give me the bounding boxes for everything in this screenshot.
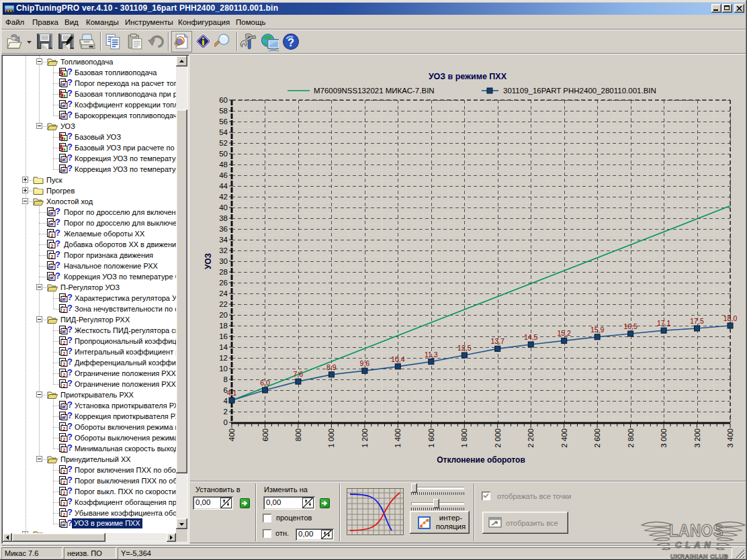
svg-text:3 200: 3 200 xyxy=(693,428,701,448)
svg-text:Отклонение оборотов: Отклонение оборотов xyxy=(437,455,525,465)
svg-text:УОЗ в режиме ПХХ: УОЗ в режиме ПХХ xyxy=(429,72,507,81)
svg-text:14: 14 xyxy=(219,343,228,351)
svg-text:10,4: 10,4 xyxy=(391,355,405,363)
svg-text:2 400: 2 400 xyxy=(560,428,568,448)
svg-text:17,5: 17,5 xyxy=(690,317,704,325)
svg-text:1 200: 1 200 xyxy=(361,428,369,448)
svg-text:M76009NSS132021 МИКАС-7.BIN: M76009NSS132021 МИКАС-7.BIN xyxy=(314,87,435,95)
svg-text:8,9: 8,9 xyxy=(326,363,337,371)
svg-text:52: 52 xyxy=(219,139,228,147)
svg-text:12: 12 xyxy=(219,354,228,362)
svg-text:2: 2 xyxy=(51,233,54,238)
svg-text:3 000: 3 000 xyxy=(660,428,668,448)
svg-text:16,5: 16,5 xyxy=(623,322,638,330)
svg-text:2: 2 xyxy=(63,340,66,345)
svg-text:54: 54 xyxy=(219,128,228,136)
svg-text:26: 26 xyxy=(219,279,228,287)
svg-text:38: 38 xyxy=(219,214,228,222)
svg-text:2 800: 2 800 xyxy=(627,428,635,448)
svg-text:34: 34 xyxy=(219,236,228,244)
svg-text:1 400: 1 400 xyxy=(394,428,402,448)
svg-text:15,2: 15,2 xyxy=(557,329,571,337)
svg-text:2 200: 2 200 xyxy=(527,428,535,448)
svg-text:1 800: 1 800 xyxy=(460,428,468,448)
svg-text:32: 32 xyxy=(219,246,228,254)
svg-text:2 000: 2 000 xyxy=(494,428,502,448)
svg-text:17,1: 17,1 xyxy=(657,319,671,327)
svg-text:2: 2 xyxy=(63,480,66,485)
svg-text:8: 8 xyxy=(224,375,228,383)
svg-text:46: 46 xyxy=(219,171,228,179)
svg-text:600: 600 xyxy=(261,428,269,441)
svg-text:24: 24 xyxy=(219,289,228,297)
svg-text:3 400: 3 400 xyxy=(726,428,734,448)
svg-text:2: 2 xyxy=(224,408,228,416)
svg-text:2: 2 xyxy=(63,362,66,367)
svg-text:800: 800 xyxy=(294,428,302,441)
svg-text:58: 58 xyxy=(219,107,228,115)
svg-text:40: 40 xyxy=(219,203,228,212)
svg-text:1 600: 1 600 xyxy=(427,428,435,448)
svg-text:301109_16PART РНН2400_280110.0: 301109_16PART РНН2400_280110.001.BIN xyxy=(503,87,656,95)
svg-text:2: 2 xyxy=(63,448,66,453)
svg-text:18,0: 18,0 xyxy=(723,314,738,322)
svg-text:2 600: 2 600 xyxy=(593,428,601,448)
svg-text:56: 56 xyxy=(219,118,228,126)
svg-text:12,5: 12,5 xyxy=(457,344,472,352)
svg-text:УОЗ: УОЗ xyxy=(204,253,213,269)
svg-text:4,1: 4,1 xyxy=(227,389,237,397)
svg-text:2: 2 xyxy=(63,512,66,517)
svg-text:2: 2 xyxy=(63,502,66,506)
svg-text:48: 48 xyxy=(219,160,228,169)
svg-text:50: 50 xyxy=(219,150,228,158)
svg-text:44: 44 xyxy=(219,182,228,190)
svg-text:2: 2 xyxy=(63,426,66,431)
svg-text:10: 10 xyxy=(219,365,228,373)
svg-text:30: 30 xyxy=(219,257,228,265)
svg-text:2: 2 xyxy=(63,469,66,474)
svg-text:4: 4 xyxy=(224,397,228,405)
svg-text:16: 16 xyxy=(219,332,228,340)
svg-text:14,5: 14,5 xyxy=(524,333,538,341)
svg-text:28: 28 xyxy=(219,268,228,276)
svg-text:11,3: 11,3 xyxy=(425,351,438,359)
svg-text:?: ? xyxy=(288,36,294,48)
svg-text:400: 400 xyxy=(228,428,236,441)
svg-text:36: 36 xyxy=(219,225,228,233)
svg-text:2: 2 xyxy=(63,351,66,356)
svg-text:15,9: 15,9 xyxy=(590,326,605,334)
svg-text:6,0: 6,0 xyxy=(260,379,270,387)
svg-text:1 000: 1 000 xyxy=(327,428,335,448)
svg-text:2: 2 xyxy=(51,254,54,259)
svg-text:2: 2 xyxy=(63,373,66,377)
svg-text:2: 2 xyxy=(51,244,54,248)
svg-text:42: 42 xyxy=(219,193,228,201)
svg-text:2: 2 xyxy=(63,437,66,442)
svg-text:2: 2 xyxy=(63,383,66,388)
svg-text:22: 22 xyxy=(219,300,228,308)
svg-text:60: 60 xyxy=(219,96,228,104)
svg-text:20: 20 xyxy=(219,311,228,319)
svg-text:18: 18 xyxy=(219,322,228,330)
svg-text:9,6: 9,6 xyxy=(360,359,370,367)
svg-text:2: 2 xyxy=(63,491,66,496)
svg-text:0: 0 xyxy=(224,418,228,426)
svg-text:7,6: 7,6 xyxy=(294,370,304,378)
svg-text:2: 2 xyxy=(63,308,66,313)
svg-text:13,7: 13,7 xyxy=(490,337,504,345)
